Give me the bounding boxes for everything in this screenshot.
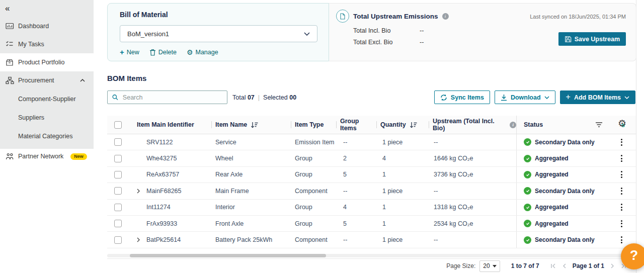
add-bom-items-button[interactable]: + Add BOM Items	[560, 90, 635, 104]
row-actions-kebab-icon[interactable]	[619, 219, 624, 229]
row-actions-kebab-icon[interactable]	[619, 235, 624, 245]
item-main-identifier: SRV1122	[146, 139, 173, 146]
scrollbar-thumb[interactable]	[130, 254, 326, 257]
sidebar-item-suppliers[interactable]: Suppliers	[0, 108, 94, 127]
expand-chevron-icon[interactable]	[137, 237, 140, 242]
sidebar-item-label: Procurement	[18, 77, 54, 84]
first-page-icon[interactable]	[550, 263, 556, 268]
quantity: 1 piece	[382, 236, 403, 243]
quantity: 1 piece	[382, 139, 403, 146]
sidebar: « DashboardMy TasksProduct PortfolioProc…	[0, 0, 94, 273]
column-status[interactable]: Status ⚙	[516, 116, 636, 134]
download-button[interactable]: Download	[495, 90, 555, 104]
sidebar-item-partner-network[interactable]: Partner NetworkNew	[0, 147, 94, 165]
next-page-icon[interactable]	[611, 263, 614, 268]
info-icon[interactable]: i	[442, 13, 449, 20]
header-band: Bill of Material BoM_version1 + New Dele…	[107, 3, 636, 61]
new-bom-button[interactable]: + New	[120, 48, 139, 56]
table-row: SRV1122ServiceEmission Item--1 piece--Se…	[107, 134, 636, 150]
expand-chevron-icon[interactable]	[137, 189, 140, 194]
emissions-document-icon	[336, 10, 349, 23]
total-excl-bio-value: --	[420, 39, 424, 46]
select-all-checkbox[interactable]	[114, 121, 122, 129]
status-text: Aggregated	[535, 204, 569, 211]
column-group-items[interactable]: Group Items	[336, 116, 376, 134]
row-actions-kebab-icon[interactable]	[619, 137, 624, 147]
total-incl-bio-value: --	[420, 27, 424, 34]
row-checkbox[interactable]	[114, 187, 122, 195]
bom-items-toolbar: Total 07|Selected 00 Sync Items Download…	[107, 90, 636, 104]
check-circle-icon	[524, 138, 531, 146]
selected-value: 00	[289, 94, 296, 101]
column-item-type[interactable]: Item Type	[291, 116, 336, 134]
filter-icon[interactable]	[595, 122, 603, 129]
column-quantity[interactable]: Quantity	[376, 116, 429, 134]
check-circle-icon	[524, 171, 531, 178]
horizontal-scrollbar[interactable]	[107, 254, 636, 257]
sidebar-item-material-categories[interactable]: Material Categories	[0, 127, 94, 145]
upstream-value: --	[434, 139, 438, 146]
total-incl-bio-label: Total Incl. Bio	[353, 27, 420, 34]
previous-page-icon[interactable]	[562, 263, 566, 268]
info-icon[interactable]: i	[510, 122, 516, 128]
sidebar-item-label: Partner Network	[18, 153, 63, 160]
column-item-main-identifier[interactable]: Item Main Identifier	[128, 116, 211, 134]
sidebar-item-my-tasks[interactable]: My Tasks	[0, 35, 94, 53]
group-items: --	[343, 236, 347, 243]
row-actions-kebab-icon[interactable]	[619, 202, 624, 212]
save-upstream-label: Save Upstream	[575, 36, 620, 43]
column-item-name[interactable]: Item Name	[211, 116, 291, 134]
help-button[interactable]: ?	[621, 243, 644, 269]
save-upstream-button[interactable]: Save Upstream	[558, 32, 626, 46]
group-items: 4	[343, 204, 347, 211]
quantity: 4	[382, 155, 386, 162]
sidebar-item-product-portfolio[interactable]: Product Portfolio	[0, 53, 94, 71]
item-name: Rear Axle	[215, 171, 243, 178]
check-circle-icon	[524, 155, 531, 162]
download-icon	[501, 94, 507, 101]
total-value: 07	[248, 94, 255, 101]
manage-bom-button[interactable]: ⚙ Manage	[187, 48, 218, 56]
totals-separator: |	[258, 94, 260, 101]
chevron-up-icon[interactable]	[80, 79, 85, 82]
sync-items-button[interactable]: Sync Items	[434, 90, 490, 104]
row-actions-kebab-icon[interactable]	[619, 153, 624, 163]
sort-descending-icon[interactable]	[251, 122, 258, 128]
item-type: Component	[295, 236, 328, 243]
sidebar-collapse-icon[interactable]: «	[5, 4, 10, 14]
download-label: Download	[511, 94, 541, 101]
sync-icon	[440, 94, 447, 101]
row-checkbox[interactable]	[114, 138, 122, 146]
table-row: FrAx93933Front AxleGroup512534 kg CO₂eAg…	[107, 216, 636, 232]
row-checkbox[interactable]	[114, 236, 122, 244]
page-size-label: Page Size:	[446, 262, 475, 269]
search-box	[107, 90, 227, 104]
row-checkbox[interactable]	[114, 171, 122, 178]
row-checkbox[interactable]	[114, 220, 122, 227]
search-input[interactable]	[122, 94, 222, 102]
table-row: MainF68265Main FrameComponent--1 piece--…	[107, 183, 636, 199]
status-text: Secondary Data only	[535, 236, 595, 243]
row-checkbox[interactable]	[114, 155, 122, 162]
sidebar-item-dashboard[interactable]: Dashboard	[0, 17, 94, 35]
quantity: 1 piece	[382, 188, 403, 195]
chevron-down-icon	[624, 96, 629, 99]
item-main-identifier: Whe43275	[146, 155, 177, 162]
table-body: SRV1122ServiceEmission Item--1 piece--Se…	[107, 134, 636, 248]
sidebar-item-procurement[interactable]: Procurement	[0, 71, 94, 89]
sidebar-item-component-supplier[interactable]: Component-Supplier	[0, 89, 94, 108]
row-checkbox[interactable]	[114, 204, 122, 211]
sort-descending-icon[interactable]	[410, 122, 417, 128]
column-upstream[interactable]: Upstream (Total Incl. Bio) i	[429, 116, 516, 134]
table-row: Whe43275WheelGroup241646 kg CO₂eAggregat…	[107, 150, 636, 166]
item-type: Emission Item	[295, 139, 335, 146]
bom-version-select[interactable]: BoM_version1	[120, 25, 317, 42]
bom-items-table: Item Main Identifier Item Name Item Type…	[107, 116, 636, 248]
page-size-select[interactable]: 20	[479, 260, 500, 272]
delete-bom-button[interactable]: Delete	[149, 48, 177, 56]
table-settings-gear-icon[interactable]: ⚙	[618, 120, 628, 130]
status-badge: Aggregated	[524, 204, 569, 211]
row-actions-kebab-icon[interactable]	[619, 186, 624, 196]
row-actions-kebab-icon[interactable]	[619, 169, 624, 179]
group-items: 2	[343, 155, 347, 162]
